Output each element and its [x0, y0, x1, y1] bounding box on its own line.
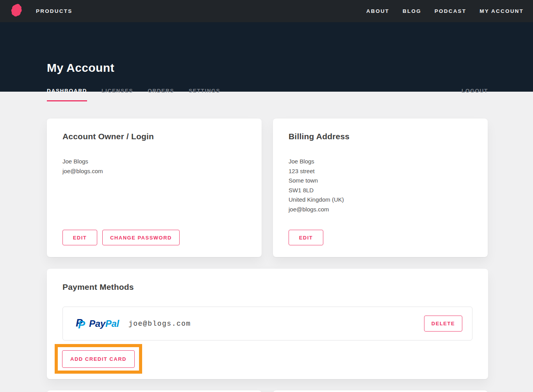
- tab-dashboard[interactable]: DASHBOARD: [47, 88, 87, 101]
- pink-blob-logo-icon: [10, 3, 23, 20]
- paypal-wordmark: PayPal: [89, 318, 119, 329]
- payment-methods-title: Payment Methods: [62, 282, 472, 292]
- account-owner-title: Account Owner / Login: [62, 132, 246, 141]
- delete-paypal-button[interactable]: DELETE: [424, 316, 462, 332]
- payment-methods-card: Payment Methods P P PayPal joe@blogs.com…: [47, 269, 488, 379]
- account-owner-card: Account Owner / Login Joe Blogs joe@blog…: [47, 119, 262, 257]
- paypal-account-email: joe@blogs.com: [128, 320, 191, 328]
- billing-postcode: SW1 8LD: [289, 186, 472, 195]
- billing-address-title: Billing Address: [289, 132, 472, 141]
- billing-address-details: Joe Blogs 123 street Some town SW1 8LD U…: [289, 157, 472, 214]
- nav-item-about[interactable]: ABOUT: [366, 8, 389, 14]
- owner-name: Joe Blogs: [62, 157, 246, 167]
- paypal-wordmark-pay: Pay: [89, 318, 105, 329]
- nav-item-blog[interactable]: BLOG: [403, 8, 421, 14]
- paypal-icon: P P: [76, 317, 87, 330]
- edit-owner-button[interactable]: EDIT: [62, 230, 97, 245]
- tab-orders[interactable]: ORDERS: [148, 88, 174, 100]
- owner-email: joe@blogs.com: [62, 167, 246, 176]
- billing-town: Some town: [289, 176, 472, 186]
- account-owner-actions: EDIT CHANGE PASSWORD: [62, 230, 180, 245]
- paypal-payment-method-row: P P PayPal joe@blogs.com DELETE: [62, 307, 472, 341]
- paypal-wordmark-pal: Pal: [105, 318, 119, 329]
- billing-name: Joe Blogs: [289, 157, 472, 167]
- tab-settings[interactable]: SETTINGS: [189, 88, 220, 100]
- logout-link[interactable]: LOGOUT: [462, 88, 488, 94]
- nav-item-products[interactable]: PRODUCTS: [36, 8, 72, 14]
- nav-item-podcast[interactable]: PODCAST: [435, 8, 466, 14]
- partial-card-right: [273, 390, 488, 392]
- billing-country: United Kingdom (UK): [289, 195, 472, 205]
- change-password-button[interactable]: CHANGE PASSWORD: [102, 230, 180, 245]
- paypal-logo: P P PayPal: [76, 317, 119, 330]
- billing-email: joe@blogs.com: [289, 205, 472, 215]
- nav-right-group: ABOUT BLOG PODCAST MY ACCOUNT: [366, 8, 524, 14]
- edit-billing-button[interactable]: EDIT: [289, 230, 323, 245]
- site-logo[interactable]: [10, 3, 23, 20]
- top-nav-bar: PRODUCTS ABOUT BLOG PODCAST MY ACCOUNT: [0, 0, 533, 22]
- my-account-page: PRODUCTS ABOUT BLOG PODCAST MY ACCOUNT M…: [0, 0, 533, 392]
- page-title: My Account: [47, 61, 114, 74]
- billing-address-card: Billing Address Joe Blogs 123 street Som…: [273, 119, 488, 257]
- billing-street: 123 street: [289, 167, 472, 176]
- add-credit-card-button[interactable]: ADD CREDIT CARD: [62, 350, 135, 368]
- partial-card-left: [47, 390, 262, 392]
- account-owner-details: Joe Blogs joe@blogs.com: [62, 157, 246, 176]
- svg-text:P: P: [78, 319, 86, 330]
- tab-licenses[interactable]: LICENSES: [102, 88, 133, 100]
- nav-item-my-account[interactable]: MY ACCOUNT: [480, 8, 524, 14]
- account-tabs: DASHBOARD LICENSES ORDERS SETTINGS LOGOU…: [47, 88, 488, 101]
- annotation-highlight-rectangle: ADD CREDIT CARD: [55, 344, 142, 374]
- account-header: My Account DASHBOARD LICENSES ORDERS SET…: [0, 22, 533, 92]
